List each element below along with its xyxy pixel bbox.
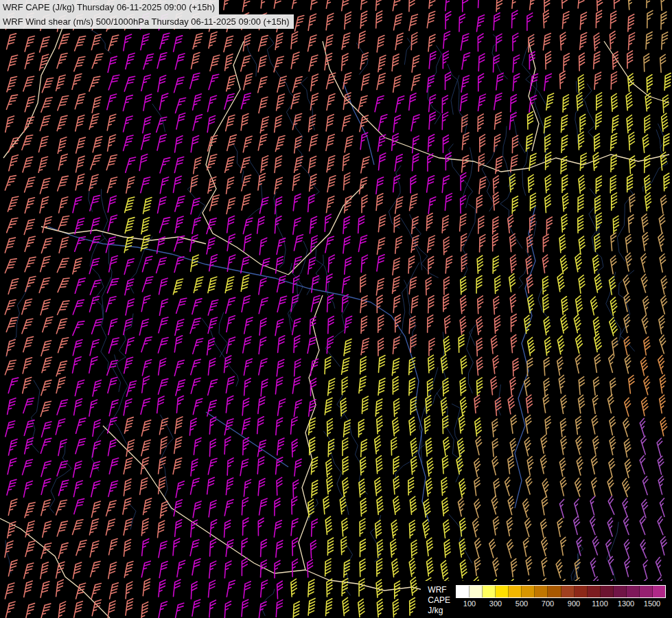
- legend-label: WRF CAPE J/kg: [428, 585, 450, 616]
- map-canvas: [0, 0, 672, 618]
- colorbar-cell: [575, 586, 588, 597]
- colorbar-cell: [640, 586, 653, 597]
- colorbar-cell: [614, 586, 627, 597]
- title-wind-shear: WRF Wind shear (m/s) 500/1000hPa Thursda…: [0, 14, 294, 29]
- colorbar-cell: [456, 586, 470, 597]
- colorbar-wrap: 100300500700900110013001500: [456, 585, 666, 610]
- legend-label-line2: CAPE: [428, 595, 450, 606]
- colorbar-tick-label: 700: [542, 599, 554, 608]
- colorbar-cell: [653, 586, 665, 597]
- colorbar-tick-label: 900: [568, 599, 580, 608]
- colorbar-cell: [601, 586, 614, 597]
- colorbar-cell: [496, 586, 509, 597]
- colorbar-ticks: 100300500700900110013001500: [456, 599, 666, 610]
- colorbar-cell: [483, 586, 496, 597]
- colorbar-cell: [509, 586, 522, 597]
- colorbar-cell: [522, 586, 535, 597]
- title-cape: WRF CAPE (J/kg) Thursday 06-11-2025 09:0…: [0, 0, 219, 14]
- colorbar-tick-label: 500: [515, 599, 528, 608]
- colorbar-cell: [548, 586, 561, 597]
- cape-legend: WRF CAPE J/kg 10030050070090011001300150…: [421, 581, 672, 618]
- colorbar-cell: [588, 586, 601, 597]
- legend-label-line1: WRF: [428, 585, 450, 595]
- colorbar-tick-label: 1500: [644, 599, 660, 608]
- legend-label-line3: J/kg: [428, 606, 450, 616]
- weather-map: WRF CAPE (J/kg) Thursday 06-11-2025 09:0…: [0, 0, 672, 618]
- colorbar-tick-label: 300: [489, 599, 502, 608]
- colorbar-cell: [627, 586, 640, 597]
- colorbar-tick-label: 1100: [592, 599, 608, 608]
- colorbar-tick-label: 100: [463, 599, 476, 608]
- colorbar-tick-label: 1300: [618, 599, 634, 608]
- colorbar-cell: [561, 586, 575, 597]
- colorbar-cell: [535, 586, 548, 597]
- title-block: WRF CAPE (J/kg) Thursday 06-11-2025 09:0…: [0, 0, 294, 29]
- cape-colorbar: [456, 585, 666, 598]
- colorbar-cell: [470, 586, 483, 597]
